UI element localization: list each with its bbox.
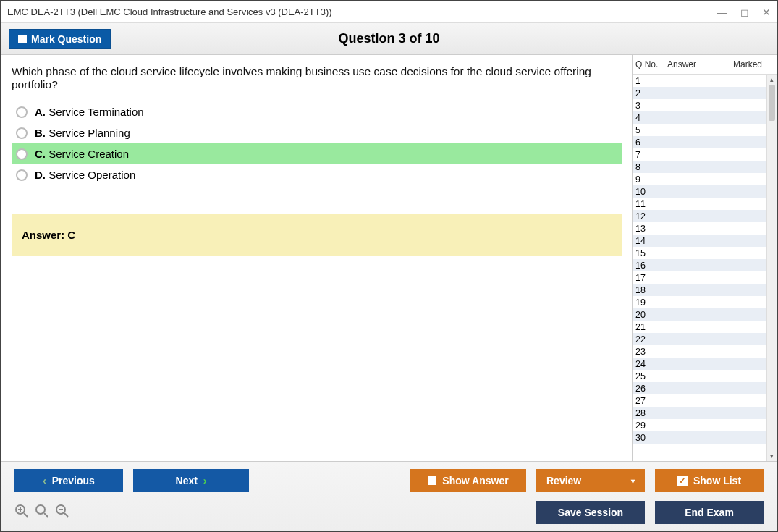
end-exam-button[interactable]: End Exam [655, 501, 764, 524]
show-list-button[interactable]: ✓ Show List [655, 469, 764, 492]
question-list-panel: Q No. Answer Marked 12345678910111213141… [632, 55, 777, 461]
scroll-down-icon[interactable]: ▾ [767, 451, 777, 461]
row-number: 18 [635, 285, 667, 295]
radio-icon[interactable] [16, 106, 28, 118]
mark-question-button[interactable]: Mark Question [9, 29, 111, 49]
option-b[interactable]: B. Service Planning [12, 122, 622, 143]
list-row[interactable]: 2 [633, 87, 766, 99]
option-a[interactable]: A. Service Termination [12, 101, 622, 122]
row-number: 17 [635, 273, 667, 283]
list-row[interactable]: 25 [633, 370, 766, 382]
row-number: 25 [635, 371, 667, 381]
list-row[interactable]: 6 [633, 136, 766, 148]
radio-icon[interactable] [16, 169, 28, 181]
checked-icon: ✓ [677, 476, 688, 486]
show-list-label: Show List [693, 475, 741, 486]
zoom-controls [14, 504, 69, 522]
list-row[interactable]: 18 [633, 284, 766, 296]
list-row[interactable]: 7 [633, 148, 766, 161]
row-number: 27 [635, 396, 667, 406]
row-number: 12 [635, 211, 667, 221]
save-session-label: Save Session [558, 507, 623, 518]
list-row[interactable]: 8 [633, 161, 766, 173]
row-number: 19 [635, 297, 667, 308]
scrollbar[interactable]: ▴ ▾ [766, 75, 777, 461]
row-number: 21 [635, 322, 667, 332]
scroll-track[interactable] [767, 85, 777, 451]
row-number: 7 [635, 150, 667, 160]
list-row[interactable]: 3 [633, 99, 766, 111]
list-row[interactable]: 12 [633, 210, 766, 222]
row-number: 23 [635, 347, 667, 357]
list-row[interactable]: 29 [633, 419, 766, 431]
checkbox-icon [18, 35, 27, 43]
row-number: 10 [635, 187, 667, 197]
chevron-down-icon: ▾ [631, 477, 635, 485]
list-row[interactable]: 24 [633, 358, 766, 370]
review-label: Review [546, 475, 581, 486]
option-label: C. Service Creation [35, 148, 129, 160]
show-answer-button[interactable]: Show Answer [410, 469, 526, 492]
previous-label: Previous [52, 475, 95, 486]
list-row[interactable]: 17 [633, 271, 766, 284]
window-title: EMC DEA-2TT3 (Dell EMC Cloud Infrastruct… [7, 7, 332, 17]
svg-line-7 [64, 513, 68, 517]
review-button[interactable]: Review ▾ [536, 469, 645, 492]
toolbar: Mark Question Question 3 of 10 [1, 23, 777, 55]
row-number: 24 [635, 359, 667, 369]
zoom-in-icon[interactable] [35, 504, 49, 522]
zoom-out-icon[interactable] [55, 504, 69, 522]
list-row[interactable]: 21 [633, 321, 766, 333]
list-row[interactable]: 22 [633, 333, 766, 345]
list-row[interactable]: 15 [633, 247, 766, 259]
row-number: 5 [635, 125, 667, 135]
list-row[interactable]: 26 [633, 382, 766, 394]
svg-line-1 [24, 513, 28, 517]
list-row[interactable]: 27 [633, 394, 766, 407]
list-row[interactable]: 10 [633, 185, 766, 198]
list-row[interactable]: 30 [633, 431, 766, 444]
list-row[interactable]: 5 [633, 124, 766, 136]
row-number: 14 [635, 236, 667, 246]
list-row[interactable]: 1 [633, 75, 766, 87]
list-row[interactable]: 20 [633, 308, 766, 321]
content-area: Which phase of the cloud service lifecyc… [1, 55, 777, 461]
app-window: EMC DEA-2TT3 (Dell EMC Cloud Infrastruct… [0, 0, 778, 532]
radio-icon[interactable] [16, 148, 28, 160]
list-row[interactable]: 23 [633, 345, 766, 358]
list-row[interactable]: 13 [633, 222, 766, 235]
end-exam-label: End Exam [685, 507, 734, 518]
option-c[interactable]: C. Service Creation [12, 143, 622, 164]
minimize-icon[interactable]: — [717, 7, 727, 18]
option-d[interactable]: D. Service Operation [12, 164, 622, 185]
row-number: 11 [635, 199, 667, 209]
list-row[interactable]: 9 [633, 173, 766, 185]
scroll-thumb[interactable] [769, 85, 775, 121]
list-row[interactable]: 4 [633, 111, 766, 124]
question-text: Which phase of the cloud service lifecyc… [12, 65, 622, 91]
list-body: 1234567891011121314151617181920212223242… [633, 75, 777, 461]
options-list: A. Service TerminationB. Service Plannin… [12, 101, 622, 185]
row-number: 4 [635, 113, 667, 123]
row-number: 2 [635, 88, 667, 98]
row-number: 28 [635, 408, 667, 418]
next-button[interactable]: Next › [133, 469, 249, 492]
save-session-button[interactable]: Save Session [536, 501, 645, 524]
zoom-reset-icon[interactable] [14, 504, 29, 522]
list-row[interactable]: 16 [633, 259, 766, 271]
radio-icon[interactable] [16, 127, 28, 139]
list-row[interactable]: 14 [633, 235, 766, 247]
list-row[interactable]: 19 [633, 296, 766, 308]
col-marked: Marked [733, 59, 774, 69]
mark-question-label: Mark Question [31, 33, 101, 45]
list-row[interactable]: 28 [633, 407, 766, 419]
list-row[interactable]: 11 [633, 198, 766, 210]
row-number: 30 [635, 433, 667, 443]
row-number: 3 [635, 101, 667, 111]
maximize-icon[interactable]: ◻ [740, 7, 749, 18]
previous-button[interactable]: ‹ Previous [14, 469, 123, 492]
list-rows[interactable]: 1234567891011121314151617181920212223242… [633, 75, 766, 461]
scroll-up-icon[interactable]: ▴ [767, 75, 777, 85]
window-controls: — ◻ ✕ [717, 7, 771, 18]
close-icon[interactable]: ✕ [762, 7, 771, 18]
